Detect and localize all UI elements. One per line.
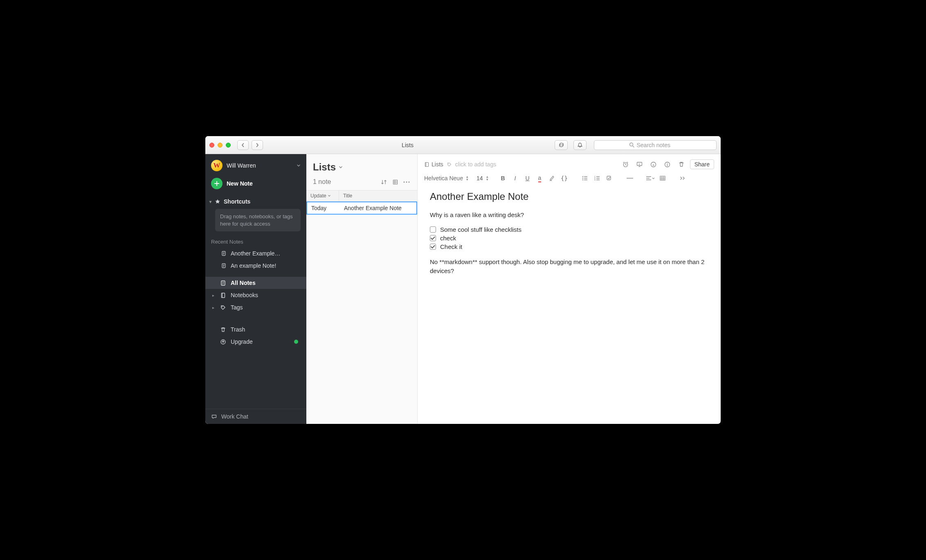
checklist-item[interactable]: Check it xyxy=(430,243,708,250)
checklist-button[interactable] xyxy=(605,174,614,183)
font-size-stepper[interactable]: ▴▾ xyxy=(486,175,488,181)
code-block-button[interactable]: {} xyxy=(560,174,569,183)
sidebar-item-label: Tags xyxy=(231,304,243,311)
note-row-title: Another Example Note xyxy=(340,202,416,214)
hr-button[interactable] xyxy=(625,174,635,183)
checkbox[interactable] xyxy=(430,235,436,241)
svg-text:a: a xyxy=(652,163,654,166)
font-family-select[interactable]: Helvetica Neue xyxy=(424,175,463,181)
sync-button[interactable] xyxy=(555,140,568,150)
search-input[interactable] xyxy=(637,142,682,148)
align-button[interactable] xyxy=(645,174,655,183)
sidebar-item-tags[interactable]: ▸ Tags xyxy=(205,301,306,314)
chat-icon xyxy=(211,414,217,420)
present-button[interactable] xyxy=(634,159,645,170)
sidebar-item-all-notes[interactable]: All Notes xyxy=(205,277,306,289)
nav-forward-button[interactable] xyxy=(252,140,263,150)
sidebar-item-work-chat[interactable]: Work Chat xyxy=(205,409,306,424)
notes-icon xyxy=(219,280,227,286)
notifications-button[interactable] xyxy=(573,140,587,150)
checkbox[interactable] xyxy=(430,244,436,250)
list-more-button[interactable] xyxy=(402,177,411,187)
note-body[interactable]: Another Example Note Why is a raven like… xyxy=(418,186,721,294)
italic-button[interactable]: I xyxy=(510,174,520,183)
search-field[interactable] xyxy=(594,140,717,150)
note-row-updated: Today xyxy=(307,202,340,214)
col-header-update[interactable]: Update xyxy=(306,190,339,201)
sidebar-item-notebooks[interactable]: ▸ Notebooks xyxy=(205,289,306,301)
underline-button[interactable]: U xyxy=(523,174,533,183)
svg-point-20 xyxy=(582,178,583,179)
note-list-heading[interactable]: Lists xyxy=(313,161,411,173)
new-note-button[interactable]: New Note xyxy=(205,171,306,196)
highlight-button[interactable] xyxy=(547,174,557,183)
tag-icon xyxy=(219,305,227,311)
chevron-down-icon xyxy=(297,164,301,168)
star-icon xyxy=(215,199,220,204)
italic-icon: I xyxy=(515,175,516,181)
note-list-header: Update Title xyxy=(306,190,417,202)
annotate-button[interactable]: a xyxy=(648,159,659,170)
svg-point-8 xyxy=(404,181,405,183)
note-paragraph[interactable]: Why is a raven like a writing desk? xyxy=(430,211,708,220)
checklist-icon xyxy=(606,175,613,181)
delete-note-button[interactable] xyxy=(676,159,687,170)
table-icon xyxy=(659,175,666,181)
number-list-button[interactable]: 123 xyxy=(592,174,602,183)
view-button[interactable] xyxy=(390,177,400,187)
more-icon xyxy=(403,179,410,185)
zoom-window-button[interactable] xyxy=(226,143,231,148)
account-menu[interactable]: W Will Warren xyxy=(205,154,306,171)
close-window-button[interactable] xyxy=(209,143,214,148)
checklist-item-label: Some cool stuff like checklists xyxy=(440,226,521,233)
note-info-button[interactable] xyxy=(662,159,673,170)
svg-point-10 xyxy=(409,181,410,183)
font-family-stepper[interactable]: ▴▾ xyxy=(466,175,468,181)
svg-point-19 xyxy=(582,176,583,177)
add-tags-field[interactable]: click to add tags xyxy=(455,161,496,168)
svg-text:3: 3 xyxy=(594,179,596,181)
hr-icon xyxy=(626,177,634,179)
note-title[interactable]: Another Example Note xyxy=(430,191,708,202)
bold-button[interactable]: B xyxy=(498,174,508,183)
note-list-row[interactable]: Today Another Example Note xyxy=(306,202,417,215)
titlebar: Lists xyxy=(205,136,721,154)
note-icon xyxy=(221,263,227,269)
minimize-window-button[interactable] xyxy=(218,143,223,148)
editor-pane: Lists click to add tags a Share Helvetic… xyxy=(418,154,721,424)
sidebar-item-trash[interactable]: Trash xyxy=(205,323,306,336)
highlight-icon xyxy=(549,175,555,181)
svg-rect-25 xyxy=(607,176,611,180)
sort-button[interactable] xyxy=(379,177,389,187)
col-header-title[interactable]: Title xyxy=(339,190,417,201)
svg-point-21 xyxy=(582,179,583,180)
svg-point-9 xyxy=(406,181,407,183)
font-size-field[interactable]: 14 xyxy=(476,175,483,181)
checkbox[interactable] xyxy=(430,226,436,233)
sidebar-section-shortcuts[interactable]: ▾ Shortcuts xyxy=(205,196,306,207)
table-button[interactable] xyxy=(658,174,668,183)
svg-rect-26 xyxy=(660,176,665,180)
reminder-button[interactable] xyxy=(620,159,631,170)
bullet-list-icon xyxy=(582,175,588,181)
recent-note-item[interactable]: An example Note! xyxy=(205,260,306,272)
more-format-button[interactable] xyxy=(678,174,688,183)
search-icon xyxy=(629,142,634,148)
format-toolbar: Helvetica Neue ▴▾ 14 ▴▾ B I U a {} 123 xyxy=(418,171,721,186)
recent-note-item[interactable]: Another Example… xyxy=(205,247,306,260)
align-icon xyxy=(645,175,652,181)
sidebar-item-upgrade[interactable]: Upgrade xyxy=(205,336,306,348)
share-button[interactable]: Share xyxy=(690,159,714,169)
chevron-right-icon xyxy=(255,143,259,147)
bullet-list-button[interactable] xyxy=(580,174,590,183)
svg-rect-4 xyxy=(221,293,225,298)
checklist-item[interactable]: check xyxy=(430,235,708,242)
checklist-item[interactable]: Some cool stuff like checklists xyxy=(430,226,708,233)
svg-point-0 xyxy=(629,143,633,146)
text-color-button[interactable]: a xyxy=(535,174,545,183)
nav-back-button[interactable] xyxy=(237,140,249,150)
note-list-pane: Lists 1 note Update Title Today Another … xyxy=(306,154,418,424)
notebook-crumb[interactable]: Lists xyxy=(424,161,443,168)
note-paragraph[interactable]: No **markdown** support though. Also sto… xyxy=(430,258,708,276)
window-controls xyxy=(209,143,231,148)
